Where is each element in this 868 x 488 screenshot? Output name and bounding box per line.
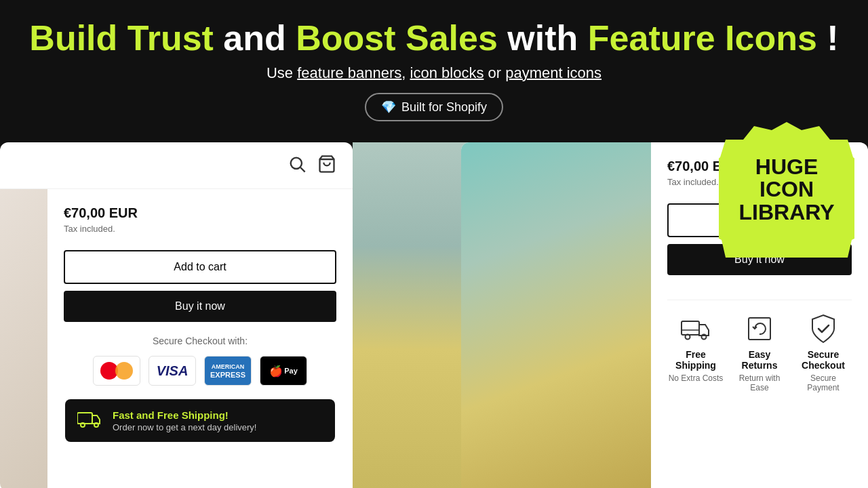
cart-icon[interactable] [317, 155, 336, 176]
feature-easy-returns: Easy Returns Return with Ease [731, 314, 788, 392]
middle-product-image [353, 142, 475, 488]
feature-free-shipping: Free Shipping No Extra Costs [667, 314, 724, 392]
left-product-card: €70,00 EUR Tax included. Add to cart Buy… [0, 142, 353, 488]
subtitle-link-icon-blocks[interactable]: icon blocks [410, 64, 484, 81]
search-icon[interactable] [288, 155, 307, 176]
svg-point-0 [291, 158, 302, 169]
svg-line-1 [300, 167, 304, 171]
svg-rect-6 [682, 321, 699, 335]
add-to-cart-button-left[interactable]: Add to cart [64, 250, 336, 284]
starburst-badge: HUGE ICON LIBRARY [719, 122, 854, 258]
svg-point-4 [81, 423, 85, 427]
feature-icons-row: Free Shipping No Extra Costs Easy Re [667, 300, 852, 392]
right-product-image [461, 142, 651, 488]
free-shipping-desc: No Extra Costs [669, 373, 724, 383]
shipping-banner: Fast and Free Shipping! Order now to get… [65, 399, 335, 442]
title-build-trust: Build Trust [29, 18, 214, 58]
card-nav [0, 142, 353, 189]
title-and: and [223, 18, 296, 58]
title-feature-icons: Feature Icons [588, 18, 817, 58]
price-left: €70,00 EUR [64, 205, 336, 221]
feature-secure-checkout: Secure Checkout Secure Payment [795, 314, 852, 392]
shipping-truck-icon [77, 409, 102, 432]
svg-point-5 [94, 423, 98, 427]
free-shipping-label: Free Shipping [667, 349, 724, 371]
svg-rect-3 [77, 413, 92, 424]
title-with: with [507, 18, 587, 58]
header-section: Build Trust and Boost Sales with Feature… [0, 0, 868, 135]
secure-checkout-label: Secure Checkout with: [64, 336, 336, 346]
product-image-left [0, 189, 47, 488]
easy-returns-desc: Return with Ease [731, 373, 788, 392]
shopify-badge-text: Built for Shopify [401, 100, 487, 115]
starburst-text: HUGE ICON LIBRARY [738, 156, 834, 224]
shipping-subtitle: Order now to get a next day delivery! [113, 422, 323, 432]
visa-icon: VISA [149, 356, 196, 386]
secure-checkout-desc: Secure Payment [795, 373, 852, 392]
svg-rect-10 [749, 318, 770, 340]
title-exclaim: ! [827, 18, 838, 58]
payment-icons-row: VISA AMERICAN EXPRESS 🍎Pay [64, 356, 336, 386]
secure-checkout-label: Secure Checkout [795, 349, 852, 371]
product-details-left: €70,00 EUR Tax included. Add to cart Buy… [47, 189, 353, 488]
shopify-badge-button[interactable]: 💎 Built for Shopify [365, 93, 503, 121]
title-boost-sales: Boost Sales [296, 18, 498, 58]
product-area: €70,00 EUR Tax included. Add to cart Buy… [0, 189, 353, 488]
subtitle-link-banners[interactable]: feature banners [297, 64, 401, 81]
subtitle: Use feature banners, icon blocks or paym… [14, 64, 854, 82]
tax-info-left: Tax included. [64, 224, 336, 234]
shipping-title: Fast and Free Shipping! [113, 409, 323, 421]
amex-icon: AMERICAN EXPRESS [204, 356, 252, 386]
subtitle-link-payment[interactable]: payment icons [505, 64, 601, 81]
mastercard-icon [93, 356, 140, 386]
buy-now-button-left[interactable]: Buy it now [64, 291, 336, 322]
shield-icon [808, 314, 838, 344]
truck-icon [681, 314, 711, 344]
shipping-text: Fast and Free Shipping! Order now to get… [113, 409, 323, 432]
main-title: Build Trust and Boost Sales with Feature… [14, 19, 854, 58]
returns-icon [745, 314, 774, 344]
easy-returns-label: Easy Returns [731, 349, 788, 371]
gem-icon: 💎 [381, 100, 396, 115]
applepay-icon: 🍎Pay [260, 356, 307, 386]
